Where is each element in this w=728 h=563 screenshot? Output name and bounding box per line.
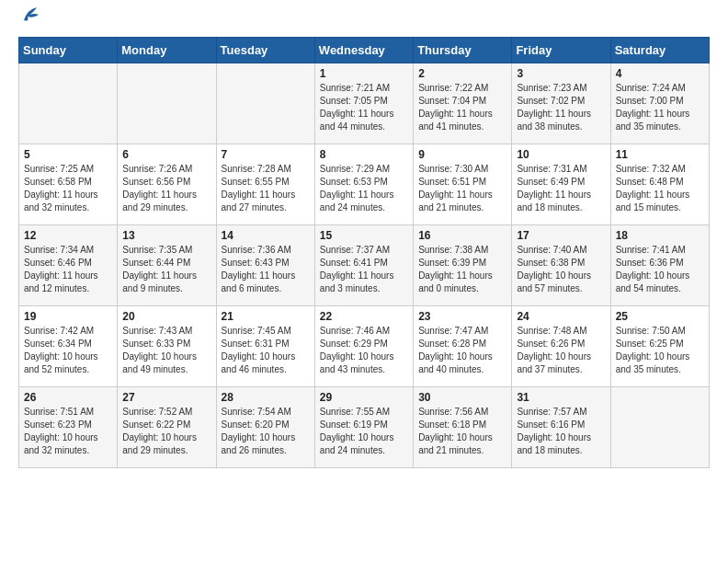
day-number: 10 <box>517 148 605 161</box>
day-cell: 31Sunrise: 7:57 AM Sunset: 6:16 PM Dayli… <box>512 387 610 468</box>
day-info: Sunrise: 7:43 AM Sunset: 6:33 PM Dayligh… <box>122 325 210 376</box>
day-info: Sunrise: 7:30 AM Sunset: 6:51 PM Dayligh… <box>418 163 506 214</box>
day-number: 21 <box>222 310 310 323</box>
day-info: Sunrise: 7:48 AM Sunset: 6:26 PM Dayligh… <box>517 325 605 376</box>
day-number: 16 <box>418 229 506 242</box>
day-info: Sunrise: 7:36 AM Sunset: 6:43 PM Dayligh… <box>222 244 310 295</box>
day-info: Sunrise: 7:38 AM Sunset: 6:39 PM Dayligh… <box>418 244 506 295</box>
week-row-1: 1Sunrise: 7:21 AM Sunset: 7:05 PM Daylig… <box>19 63 710 144</box>
day-info: Sunrise: 7:29 AM Sunset: 6:53 PM Dayligh… <box>320 163 408 214</box>
day-info: Sunrise: 7:56 AM Sunset: 6:18 PM Dayligh… <box>418 406 506 457</box>
day-number: 6 <box>122 148 210 161</box>
day-cell <box>118 63 216 144</box>
header-friday: Friday <box>512 38 610 63</box>
day-number: 11 <box>616 148 704 161</box>
header-sunday: Sunday <box>19 38 118 63</box>
day-cell: 16Sunrise: 7:38 AM Sunset: 6:39 PM Dayli… <box>414 225 512 306</box>
day-cell: 14Sunrise: 7:36 AM Sunset: 6:43 PM Dayli… <box>216 225 314 306</box>
day-number: 24 <box>517 310 605 323</box>
day-cell: 23Sunrise: 7:47 AM Sunset: 6:28 PM Dayli… <box>414 306 512 387</box>
day-cell: 2Sunrise: 7:22 AM Sunset: 7:04 PM Daylig… <box>414 63 512 144</box>
day-cell: 1Sunrise: 7:21 AM Sunset: 7:05 PM Daylig… <box>314 63 413 144</box>
day-number: 18 <box>616 229 704 242</box>
day-info: Sunrise: 7:24 AM Sunset: 7:00 PM Dayligh… <box>616 82 704 133</box>
day-cell: 8Sunrise: 7:29 AM Sunset: 6:53 PM Daylig… <box>314 144 413 225</box>
day-cell: 13Sunrise: 7:35 AM Sunset: 6:44 PM Dayli… <box>118 225 216 306</box>
day-number: 30 <box>418 391 506 404</box>
header-wednesday: Wednesday <box>314 38 413 63</box>
header-saturday: Saturday <box>610 38 709 63</box>
day-info: Sunrise: 7:46 AM Sunset: 6:29 PM Dayligh… <box>320 325 408 376</box>
day-info: Sunrise: 7:50 AM Sunset: 6:25 PM Dayligh… <box>616 325 704 376</box>
day-number: 2 <box>418 67 506 80</box>
day-cell: 6Sunrise: 7:26 AM Sunset: 6:56 PM Daylig… <box>118 144 216 225</box>
day-cell: 5Sunrise: 7:25 AM Sunset: 6:58 PM Daylig… <box>19 144 118 225</box>
day-number: 20 <box>122 310 210 323</box>
day-cell: 4Sunrise: 7:24 AM Sunset: 7:00 PM Daylig… <box>610 63 709 144</box>
day-info: Sunrise: 7:42 AM Sunset: 6:34 PM Dayligh… <box>24 325 112 376</box>
day-cell: 22Sunrise: 7:46 AM Sunset: 6:29 PM Dayli… <box>314 306 413 387</box>
day-number: 23 <box>418 310 506 323</box>
day-info: Sunrise: 7:32 AM Sunset: 6:48 PM Dayligh… <box>616 163 704 214</box>
day-number: 15 <box>320 229 408 242</box>
day-number: 4 <box>616 67 704 80</box>
day-number: 17 <box>517 229 605 242</box>
day-cell: 18Sunrise: 7:41 AM Sunset: 6:36 PM Dayli… <box>610 225 709 306</box>
day-cell <box>19 63 118 144</box>
day-cell: 9Sunrise: 7:30 AM Sunset: 6:51 PM Daylig… <box>414 144 512 225</box>
day-cell <box>610 387 709 468</box>
day-cell: 15Sunrise: 7:37 AM Sunset: 6:41 PM Dayli… <box>314 225 413 306</box>
day-info: Sunrise: 7:28 AM Sunset: 6:55 PM Dayligh… <box>222 163 310 214</box>
day-info: Sunrise: 7:34 AM Sunset: 6:46 PM Dayligh… <box>24 244 112 295</box>
day-info: Sunrise: 7:35 AM Sunset: 6:44 PM Dayligh… <box>122 244 210 295</box>
day-info: Sunrise: 7:40 AM Sunset: 6:38 PM Dayligh… <box>517 244 605 295</box>
day-info: Sunrise: 7:52 AM Sunset: 6:22 PM Dayligh… <box>122 406 210 457</box>
day-number: 25 <box>616 310 704 323</box>
day-number: 3 <box>517 67 605 80</box>
day-cell: 25Sunrise: 7:50 AM Sunset: 6:25 PM Dayli… <box>610 306 709 387</box>
day-number: 29 <box>320 391 408 404</box>
day-info: Sunrise: 7:45 AM Sunset: 6:31 PM Dayligh… <box>222 325 310 376</box>
day-cell: 7Sunrise: 7:28 AM Sunset: 6:55 PM Daylig… <box>216 144 314 225</box>
day-cell: 21Sunrise: 7:45 AM Sunset: 6:31 PM Dayli… <box>216 306 314 387</box>
day-info: Sunrise: 7:54 AM Sunset: 6:20 PM Dayligh… <box>222 406 310 457</box>
day-cell: 10Sunrise: 7:31 AM Sunset: 6:49 PM Dayli… <box>512 144 610 225</box>
day-cell: 29Sunrise: 7:55 AM Sunset: 6:19 PM Dayli… <box>314 387 413 468</box>
day-info: Sunrise: 7:37 AM Sunset: 6:41 PM Dayligh… <box>320 244 408 295</box>
header-monday: Monday <box>118 38 216 63</box>
header-thursday: Thursday <box>414 38 512 63</box>
day-cell: 12Sunrise: 7:34 AM Sunset: 6:46 PM Dayli… <box>19 225 118 306</box>
header-tuesday: Tuesday <box>216 38 314 63</box>
day-info: Sunrise: 7:47 AM Sunset: 6:28 PM Dayligh… <box>418 325 506 376</box>
day-number: 8 <box>320 148 408 161</box>
day-number: 1 <box>320 67 408 80</box>
day-info: Sunrise: 7:51 AM Sunset: 6:23 PM Dayligh… <box>24 406 112 457</box>
day-number: 28 <box>222 391 310 404</box>
day-info: Sunrise: 7:57 AM Sunset: 6:16 PM Dayligh… <box>517 406 605 457</box>
page-header <box>18 15 710 24</box>
day-cell: 11Sunrise: 7:32 AM Sunset: 6:48 PM Dayli… <box>610 144 709 225</box>
week-row-2: 5Sunrise: 7:25 AM Sunset: 6:58 PM Daylig… <box>19 144 710 225</box>
logo-bird-icon <box>20 7 40 24</box>
day-number: 26 <box>24 391 112 404</box>
day-number: 14 <box>222 229 310 242</box>
day-info: Sunrise: 7:23 AM Sunset: 7:02 PM Dayligh… <box>517 82 605 133</box>
day-number: 19 <box>24 310 112 323</box>
day-cell: 17Sunrise: 7:40 AM Sunset: 6:38 PM Dayli… <box>512 225 610 306</box>
day-cell: 20Sunrise: 7:43 AM Sunset: 6:33 PM Dayli… <box>118 306 216 387</box>
day-info: Sunrise: 7:22 AM Sunset: 7:04 PM Dayligh… <box>418 82 506 133</box>
day-info: Sunrise: 7:41 AM Sunset: 6:36 PM Dayligh… <box>616 244 704 295</box>
day-cell: 19Sunrise: 7:42 AM Sunset: 6:34 PM Dayli… <box>19 306 118 387</box>
day-info: Sunrise: 7:55 AM Sunset: 6:19 PM Dayligh… <box>320 406 408 457</box>
day-number: 13 <box>122 229 210 242</box>
day-cell: 27Sunrise: 7:52 AM Sunset: 6:22 PM Dayli… <box>118 387 216 468</box>
day-number: 31 <box>517 391 605 404</box>
week-row-5: 26Sunrise: 7:51 AM Sunset: 6:23 PM Dayli… <box>19 387 710 468</box>
week-row-4: 19Sunrise: 7:42 AM Sunset: 6:34 PM Dayli… <box>19 306 710 387</box>
day-number: 27 <box>122 391 210 404</box>
day-number: 12 <box>24 229 112 242</box>
logo <box>18 15 40 24</box>
day-cell: 30Sunrise: 7:56 AM Sunset: 6:18 PM Dayli… <box>414 387 512 468</box>
day-info: Sunrise: 7:25 AM Sunset: 6:58 PM Dayligh… <box>24 163 112 214</box>
day-cell: 28Sunrise: 7:54 AM Sunset: 6:20 PM Dayli… <box>216 387 314 468</box>
